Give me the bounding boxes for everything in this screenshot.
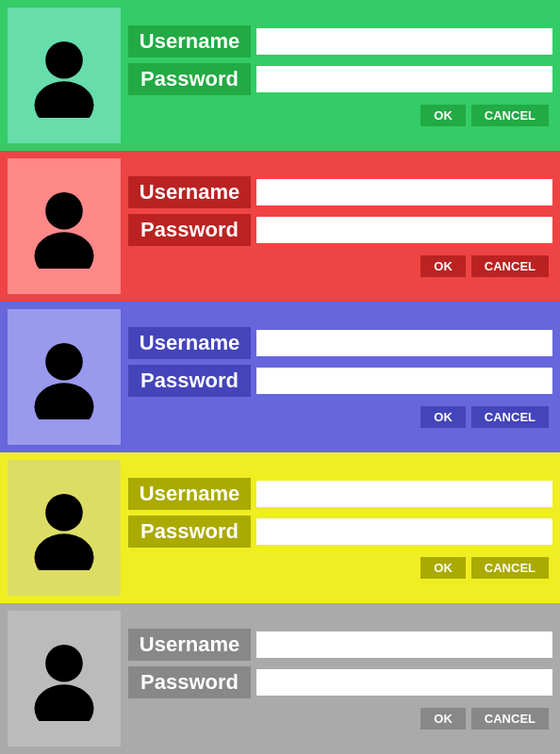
username-label-yellow: Username [128,478,251,510]
password-input-green[interactable] [256,66,552,92]
avatar-icon [22,184,107,269]
svg-point-2 [45,192,83,230]
password-input-red[interactable] [256,217,552,243]
avatar-icon [22,335,107,419]
username-input-green[interactable] [256,28,552,55]
avatar-box-red [8,158,121,294]
svg-point-8 [45,645,83,682]
username-input-gray[interactable] [256,631,552,658]
login-panel-blue: Username Password OK CANCEL [0,302,560,452]
form-area-blue: Username Password OK CANCEL [128,309,552,445]
cancel-button-red[interactable]: CANCEL [471,255,549,277]
password-row-yellow: Password [128,516,552,548]
ok-button-red[interactable]: OK [420,255,466,277]
svg-point-3 [35,232,94,269]
cancel-button-green[interactable]: CANCEL [471,105,549,126]
cancel-button-blue[interactable]: CANCEL [471,406,549,428]
svg-point-1 [35,81,94,118]
password-row-red: Password [128,214,552,246]
username-input-red[interactable] [256,179,552,205]
avatar-icon [22,33,107,118]
password-row-blue: Password [128,365,552,397]
form-area-gray: Username Password OK CANCEL [128,611,552,746]
form-area-green: Username Password OK CANCEL [128,8,552,143]
login-panel-green: Username Password OK CANCEL [0,0,560,151]
ok-button-yellow[interactable]: OK [420,557,466,579]
button-row-green: OK CANCEL [128,105,552,126]
password-row-green: Password [128,63,552,95]
password-label-red: Password [128,214,251,246]
username-input-yellow[interactable] [256,481,552,507]
username-label-red: Username [128,176,251,208]
avatar-icon [22,636,107,721]
svg-point-7 [35,533,94,570]
svg-point-4 [45,343,83,381]
username-label-gray: Username [128,629,251,661]
form-area-red: Username Password OK CANCEL [128,158,552,294]
svg-point-9 [35,684,94,721]
avatar-box-green [8,8,121,143]
password-label-green: Password [128,63,251,95]
svg-point-5 [35,383,94,419]
ok-button-gray[interactable]: OK [420,708,466,729]
avatar-box-blue [8,309,121,445]
ok-button-blue[interactable]: OK [420,406,466,428]
login-panel-red: Username Password OK CANCEL [0,151,560,302]
password-input-gray[interactable] [256,669,552,696]
password-label-yellow: Password [128,516,251,548]
svg-point-0 [45,41,83,79]
svg-point-6 [45,494,83,532]
cancel-button-gray[interactable]: CANCEL [471,708,549,729]
username-row-red: Username [128,176,552,208]
username-label-green: Username [128,25,251,57]
password-input-yellow[interactable] [256,518,552,545]
avatar-box-gray [8,611,121,746]
password-label-blue: Password [128,365,251,397]
username-row-blue: Username [128,327,552,359]
username-row-gray: Username [128,629,552,661]
username-input-blue[interactable] [256,330,552,356]
password-input-blue[interactable] [256,368,552,394]
login-panel-gray: Username Password OK CANCEL [0,603,560,754]
form-area-yellow: Username Password OK CANCEL [128,460,552,596]
avatar-icon [22,485,107,570]
button-row-red: OK CANCEL [128,255,552,277]
password-label-gray: Password [128,666,251,698]
password-row-gray: Password [128,666,552,698]
button-row-gray: OK CANCEL [128,708,552,729]
button-row-blue: OK CANCEL [128,406,552,428]
login-panel-yellow: Username Password OK CANCEL [0,452,560,603]
username-label-blue: Username [128,327,251,359]
button-row-yellow: OK CANCEL [128,557,552,579]
avatar-box-yellow [8,460,121,596]
cancel-button-yellow[interactable]: CANCEL [471,557,549,579]
username-row-green: Username [128,25,552,57]
username-row-yellow: Username [128,478,552,510]
ok-button-green[interactable]: OK [420,105,466,126]
